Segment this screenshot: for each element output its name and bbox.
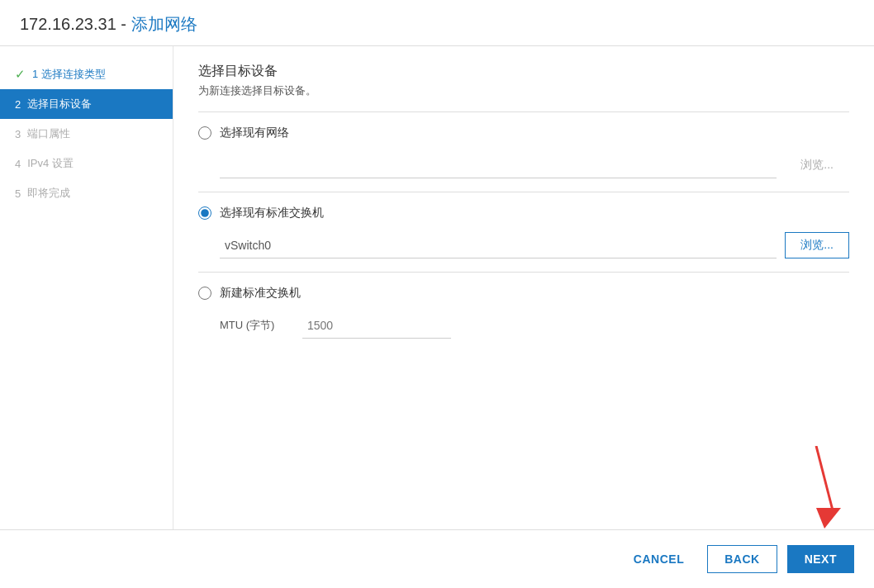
footer: CANCEL BACK NEXT <box>0 529 874 587</box>
ip-address: 172.16.23.31 <box>20 15 116 33</box>
radio-std-switch[interactable] <box>198 206 211 220</box>
radio-existing-network[interactable] <box>198 126 211 140</box>
step4-num: 4 <box>15 158 21 170</box>
sidebar-step3-label: 端口属性 <box>27 126 70 141</box>
main-layout: ✓ 1 选择连接类型 2 选择目标设备 3 端口属性 4 IPv4 设置 5 即… <box>0 46 874 529</box>
existing-network-input[interactable] <box>220 152 777 178</box>
page-title: 172.16.23.31 - 添加网络 <box>20 13 854 36</box>
mtu-input[interactable] <box>302 312 451 339</box>
sidebar-step2-label: 选择目标设备 <box>27 97 92 111</box>
sidebar-item-step5[interactable]: 5 即将完成 <box>0 178 173 208</box>
radio-option-std-switch[interactable]: 选择现有标准交换机 <box>198 206 849 220</box>
sidebar-item-step2[interactable]: 2 选择目标设备 <box>0 89 173 119</box>
sidebar-item-step1[interactable]: ✓ 1 选择连接类型 <box>0 59 173 89</box>
std-switch-row: 浏览... <box>220 232 849 258</box>
radio-new-switch-label: 新建标准交换机 <box>220 286 301 301</box>
sidebar-step5-label: 即将完成 <box>27 186 70 201</box>
section-title: 选择目标设备 <box>198 63 849 80</box>
title-zh: 添加网络 <box>131 15 197 33</box>
std-switch-input[interactable] <box>220 232 777 258</box>
sidebar-item-step3[interactable]: 3 端口属性 <box>0 119 173 149</box>
step3-num: 3 <box>15 128 21 140</box>
radio-option-existing-network[interactable]: 选择现有网络 <box>198 126 849 140</box>
sidebar: ✓ 1 选择连接类型 2 选择目标设备 3 端口属性 4 IPv4 设置 5 即… <box>0 46 173 529</box>
section-desc: 为新连接选择目标设备。 <box>198 83 849 98</box>
radio-std-switch-label: 选择现有标准交换机 <box>220 206 324 220</box>
step5-num: 5 <box>15 187 21 200</box>
content-area: 选择目标设备 为新连接选择目标设备。 选择现有网络 浏览... 选择现有标准交换… <box>173 46 874 529</box>
mtu-label: MTU (字节) <box>220 318 286 333</box>
page-header: 172.16.23.31 - 添加网络 <box>0 0 874 46</box>
sidebar-item-step4[interactable]: 4 IPv4 设置 <box>0 149 173 178</box>
existing-network-browse-placeholder: 浏览... <box>785 152 849 178</box>
title-separator: - <box>121 15 131 33</box>
next-button[interactable]: NEXT <box>787 545 854 573</box>
std-switch-browse-btn[interactable]: 浏览... <box>785 232 849 258</box>
sidebar-step4-label: IPv4 设置 <box>27 156 74 171</box>
check-icon: ✓ <box>15 67 26 82</box>
step2-num: 2 <box>15 98 21 111</box>
divider-mid <box>198 192 849 192</box>
radio-new-switch[interactable] <box>198 287 211 300</box>
back-button[interactable]: BACK <box>707 545 777 573</box>
radio-option-new-switch[interactable]: 新建标准交换机 <box>198 286 849 301</box>
divider-bottom <box>198 272 849 273</box>
sidebar-step1-label: 1 选择连接类型 <box>32 67 106 82</box>
divider-top <box>198 111 849 112</box>
existing-network-row: 浏览... <box>220 152 849 178</box>
mtu-row: MTU (字节) <box>220 312 849 339</box>
cancel-button[interactable]: CANCEL <box>620 546 697 572</box>
radio-existing-network-label: 选择现有网络 <box>220 126 289 140</box>
